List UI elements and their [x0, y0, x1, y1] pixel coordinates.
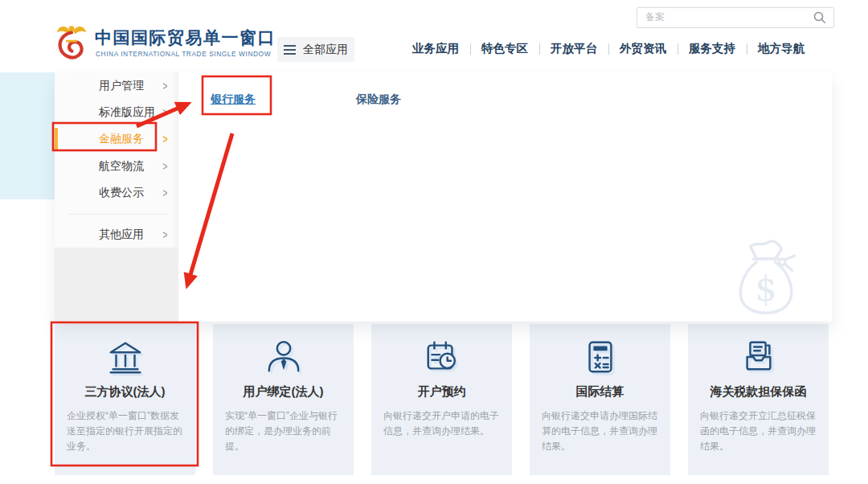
nav-item-service-support[interactable]: 服务支持: [689, 41, 735, 56]
guarantee-letter-icon: [740, 338, 777, 375]
hamburger-icon: [284, 49, 296, 51]
site-title: 中国国际贸易单一窗口: [95, 27, 276, 49]
sidebar-item-fee-publicity[interactable]: 收费公示 >: [55, 180, 178, 207]
calendar-clock-icon: [424, 338, 461, 375]
bank-icon: [107, 338, 144, 375]
card-title: 开户预约: [371, 384, 512, 400]
card-title: 国际结算: [530, 384, 670, 400]
money-bag-icon: $: [723, 238, 808, 318]
bank-services-link[interactable]: 银行服务: [211, 92, 256, 107]
sidebar-item-air-logistics[interactable]: 航空物流 >: [55, 153, 178, 179]
nav-divider: [539, 43, 540, 55]
card-description: 实现“单一窗口”企业与银行的绑定，是办理业务的前提。: [225, 408, 344, 454]
card-description: 向银行递交开户申请的电子信息，并查询办理结果。: [383, 408, 502, 439]
sidebar-item-other-apps[interactable]: 其他应用 >: [55, 221, 178, 248]
all-apps-button[interactable]: 全部应用: [277, 37, 354, 62]
sidebar-item-label: 收费公示: [99, 186, 144, 200]
chevron-right-icon: >: [163, 160, 168, 173]
search-box: [637, 7, 834, 28]
card-account-opening-appointment[interactable]: 开户预约 向银行递交开户申请的电子信息，并查询办理结果。: [371, 324, 512, 475]
all-apps-label: 全部应用: [303, 43, 348, 57]
card-description: 企业授权“单一窗口”数据发送至指定的银行开展指定的业务。: [67, 408, 186, 454]
chevron-right-icon: >: [163, 106, 168, 119]
card-customs-tax-guarantee[interactable]: 海关税款担保保函 向银行递交开立汇总征税保函的电子信息，并查询办理结果。: [688, 324, 829, 475]
sidebar-filler: [55, 248, 178, 322]
nav-item-special-zones[interactable]: 特色专区: [481, 41, 528, 56]
chevron-right-icon: >: [163, 133, 168, 146]
site-subtitle: CHINA INTERNATIONAL TRADE SINGLE WINDOW: [96, 50, 271, 58]
nav-divider: [678, 43, 678, 55]
page-banner-strip: [0, 72, 55, 199]
sidebar-item-label: 航空物流: [99, 159, 144, 174]
top-nav: 业务应用 特色专区 开放平台 外贸资讯 服务支持 地方导航: [412, 41, 805, 56]
site-header: 中国国际贸易单一窗口 CHINA INTERNATIONAL TRADE SIN…: [0, 0, 868, 72]
sidebar-item-label: 标准版应用: [99, 105, 155, 120]
card-title: 三方协议(法人): [55, 384, 195, 400]
sidebar-divider: [69, 214, 169, 215]
all-apps-mega-menu: 用户管理 > 标准版应用 > 金融服务 > 航空物流 > 收费公示 > 其他应用…: [55, 72, 832, 322]
nav-item-business-apps[interactable]: 业务应用: [412, 41, 459, 56]
insurance-services-link[interactable]: 保险服务: [356, 92, 401, 107]
service-cards: 三方协议(法人) 企业授权“单一窗口”数据发送至指定的银行开展指定的业务。 用户…: [55, 324, 829, 475]
caduceus-logo-icon: [53, 22, 90, 64]
svg-text:$: $: [755, 269, 777, 309]
mega-menu-sidebar: 用户管理 > 标准版应用 > 金融服务 > 航空物流 > 收费公示 > 其他应用…: [55, 72, 178, 322]
nav-item-local-navigation[interactable]: 地方导航: [758, 41, 805, 56]
nav-divider: [608, 43, 609, 55]
sidebar-item-standard-apps[interactable]: 标准版应用 >: [55, 99, 178, 125]
magnifier-icon[interactable]: [813, 11, 826, 24]
card-title: 用户绑定(法人): [213, 384, 354, 400]
chevron-right-icon: >: [163, 228, 168, 241]
card-user-binding[interactable]: 用户绑定(法人) 实现“单一窗口”企业与银行的绑定，是办理业务的前提。: [213, 324, 354, 475]
nav-divider: [470, 43, 471, 55]
card-international-settlement[interactable]: 国际结算 向银行递交申请办理国际结算的电子信息，并查询办理结果。: [530, 324, 670, 475]
sidebar-item-label: 其他应用: [99, 228, 144, 242]
chevron-right-icon: >: [163, 187, 168, 199]
nav-item-trade-news[interactable]: 外贸资讯: [620, 41, 666, 56]
nav-item-open-platform[interactable]: 开放平台: [551, 41, 597, 56]
sidebar-item-user-management[interactable]: 用户管理 >: [55, 72, 178, 99]
calculator-icon: [582, 338, 619, 375]
sidebar-item-label: 用户管理: [99, 79, 144, 93]
card-description: 向银行递交开立汇总征税保函的电子信息，并查询办理结果。: [700, 408, 819, 454]
search-input[interactable]: [637, 8, 817, 26]
nav-divider: [747, 43, 747, 55]
mega-menu-panel: 银行服务 保险服务 $: [178, 72, 832, 322]
sidebar-item-financial-services[interactable]: 金融服务 >: [55, 126, 178, 153]
chevron-right-icon: >: [163, 80, 168, 92]
card-three-party-agreement[interactable]: 三方协议(法人) 企业授权“单一窗口”数据发送至指定的银行开展指定的业务。: [55, 324, 195, 475]
card-description: 向银行递交申请办理国际结算的电子信息，并查询办理结果。: [542, 408, 661, 454]
card-title: 海关税款担保保函: [688, 384, 829, 400]
user-icon: [265, 338, 302, 375]
sidebar-item-label: 金融服务: [99, 132, 144, 146]
